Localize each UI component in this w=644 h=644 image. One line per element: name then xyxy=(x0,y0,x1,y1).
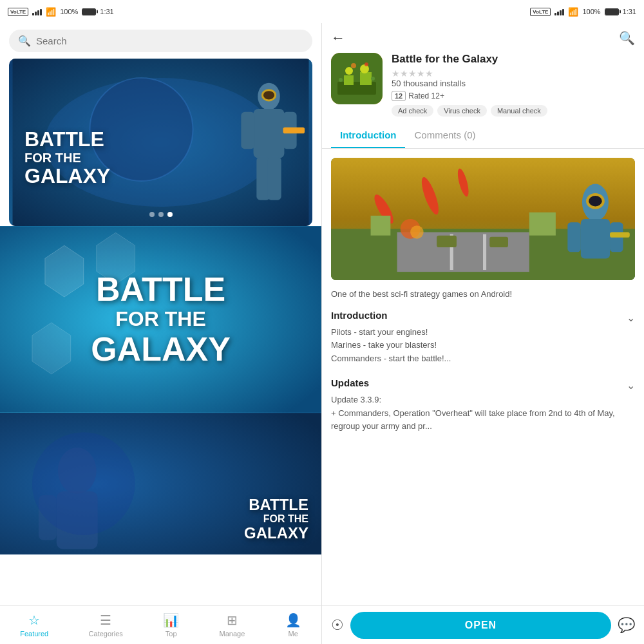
bottom-nav: ☆ Featured ☰ Categories 📊 Top ⊞ Manage 👤… xyxy=(0,605,321,644)
open-button[interactable]: OPEN xyxy=(350,612,611,639)
svg-rect-45 xyxy=(610,232,630,238)
expand-icon-intro[interactable]: ⌄ xyxy=(627,312,635,324)
dot-1 xyxy=(149,212,155,217)
section-introduction: Introduction ⌄ Pilots - start your engin… xyxy=(331,310,635,366)
svg-point-47 xyxy=(589,196,602,206)
app-info-section: Battle for the Galaxy ★★★★★ 50 thousand … xyxy=(322,53,644,123)
nav-top-label: Top xyxy=(166,630,177,638)
rating-label: Rated 12+ xyxy=(408,91,444,100)
search-icon: 🔍 xyxy=(18,35,31,47)
app-detail-header: ← 🔍 xyxy=(322,23,644,53)
signal-icon-right xyxy=(554,8,564,15)
game-list: BATTLE FOR THE GALAXY xyxy=(0,226,321,605)
top-icon: 📊 xyxy=(163,612,179,628)
battery-icon-right xyxy=(605,8,619,15)
game-card-small-title: BATTLE FOR THE GALAXY xyxy=(244,497,308,542)
section-body-updates: Update 3.3.9: + Commanders, Operation "O… xyxy=(331,393,635,433)
nav-manage-label: Manage xyxy=(220,630,245,638)
time-right: 1:31 xyxy=(623,8,636,15)
svg-point-30 xyxy=(371,77,375,80)
app-name: Battle for the Galaxy xyxy=(392,53,635,66)
tab-comments[interactable]: Comments (0) xyxy=(405,123,484,148)
volte-badge-left: VoLTE xyxy=(8,8,28,16)
svg-rect-35 xyxy=(483,234,486,270)
svg-rect-48 xyxy=(371,216,391,236)
svg-rect-4 xyxy=(254,109,285,158)
svg-point-11 xyxy=(263,91,274,99)
battery-pct-left: 100% xyxy=(60,8,78,15)
badge-manual-check: Manual check xyxy=(491,105,547,117)
expand-icon-updates[interactable]: ⌄ xyxy=(627,379,635,392)
search-input[interactable] xyxy=(36,35,303,46)
svg-rect-8 xyxy=(268,157,281,200)
nav-me[interactable]: 👤 Me xyxy=(285,612,301,638)
banner-carousel: BATTLE FOR THE GALAXY xyxy=(9,59,312,226)
svg-point-28 xyxy=(365,62,368,66)
app-icon xyxy=(331,53,383,104)
svg-rect-23 xyxy=(344,75,354,85)
svg-point-40 xyxy=(410,225,424,239)
dot-2 xyxy=(158,212,164,217)
svg-rect-42 xyxy=(581,219,610,259)
nav-categories-label: Categories xyxy=(89,630,123,638)
manage-icon: ⊞ xyxy=(227,612,238,628)
game-card-large-title: BATTLE FOR THE GALAXY xyxy=(91,271,231,368)
share-icon[interactable]: ☉ xyxy=(331,617,344,634)
status-bar-left: VoLTE 📶 100% 1:31 xyxy=(0,0,322,23)
nav-featured-label: Featured xyxy=(20,630,48,638)
section-title-intro: Introduction xyxy=(331,310,387,321)
signal-icon-left xyxy=(32,8,42,15)
svg-rect-43 xyxy=(567,222,581,252)
wifi-icon-left: 📶 xyxy=(46,7,56,17)
me-icon: 👤 xyxy=(285,612,301,628)
status-bar: VoLTE 📶 100% 1:31 VoLTE 📶 100% 1:31 xyxy=(0,0,644,23)
app-tabs: Introduction Comments (0) xyxy=(322,123,644,149)
nav-me-label: Me xyxy=(289,630,298,638)
game-card-small[interactable]: BATTLE FOR THE GALAXY xyxy=(0,413,321,554)
app-screenshot xyxy=(331,158,635,280)
volte-badge-right: VoLTE xyxy=(530,8,551,16)
screenshot-image xyxy=(331,158,635,280)
svg-rect-50 xyxy=(437,236,457,247)
app-description: One of the best sci-fi strategy games on… xyxy=(331,288,635,301)
app-stars: ★★★★★ xyxy=(392,68,635,79)
svg-rect-49 xyxy=(529,213,556,236)
rating-badge: 12 xyxy=(392,91,406,101)
battery-pct-right: 100% xyxy=(582,8,600,15)
search-button-right[interactable]: 🔍 xyxy=(619,30,635,46)
svg-point-20 xyxy=(32,432,135,535)
app-installs: 50 thousand installs xyxy=(392,79,635,88)
svg-rect-24 xyxy=(360,72,372,85)
svg-rect-51 xyxy=(489,237,508,247)
status-bar-right: VoLTE 📶 100% 1:31 xyxy=(322,0,644,23)
tab-introduction[interactable]: Introduction xyxy=(331,123,405,148)
banner-dots xyxy=(149,212,173,217)
section-title-updates: Updates xyxy=(331,377,369,388)
left-panel: 🔍 BATTLE FOR THE GALAX xyxy=(0,23,322,644)
wifi-icon-right: 📶 xyxy=(568,7,578,17)
svg-point-27 xyxy=(351,63,356,68)
svg-point-29 xyxy=(339,78,343,82)
chat-icon[interactable]: 💬 xyxy=(618,617,635,634)
app-icon-graphic xyxy=(331,53,383,104)
app-rating: 12 Rated 12+ xyxy=(392,91,635,101)
time-left: 1:31 xyxy=(100,8,113,15)
battery-icon-left xyxy=(82,8,96,15)
nav-categories[interactable]: ☰ Categories xyxy=(89,612,123,638)
app-meta: Battle for the Galaxy ★★★★★ 50 thousand … xyxy=(392,53,635,117)
action-bar: ☉ OPEN 💬 xyxy=(322,605,644,644)
app-content: One of the best sci-fi strategy games on… xyxy=(322,149,644,605)
search-bar[interactable]: 🔍 xyxy=(9,30,312,52)
nav-manage[interactable]: ⊞ Manage xyxy=(220,612,245,638)
nav-featured[interactable]: ☆ Featured xyxy=(20,612,48,638)
app-badges: Ad check Virus check Manual check xyxy=(392,105,635,117)
game-card-large[interactable]: BATTLE FOR THE GALAXY xyxy=(0,226,321,413)
nav-top[interactable]: 📊 Top xyxy=(163,612,179,638)
banner-title: BATTLE FOR THE GALAXY xyxy=(24,128,110,187)
featured-icon: ☆ xyxy=(28,612,40,628)
badge-ad-check: Ad check xyxy=(392,105,433,117)
svg-rect-5 xyxy=(241,112,254,149)
back-button[interactable]: ← xyxy=(331,30,345,46)
dot-3 xyxy=(167,212,173,217)
section-updates: Updates ⌄ Update 3.3.9: + Commanders, Op… xyxy=(331,377,635,433)
